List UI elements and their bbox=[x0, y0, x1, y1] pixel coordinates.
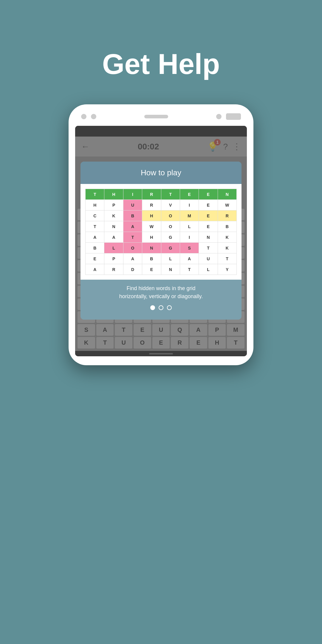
app-screen: ← 00:02 💡 1 ? ⋮ HAWKER PAREN APPERTAIN A… bbox=[75, 126, 247, 356]
camera-left bbox=[81, 114, 96, 119]
modal-description: Find hidden words in the gridhorizontall… bbox=[86, 284, 236, 301]
dot-1 bbox=[150, 305, 155, 310]
camera-dot-2 bbox=[91, 114, 96, 119]
dot-3 bbox=[167, 305, 172, 310]
word-search-illustration: THIRTEEN HPURVIEW CKBHOMER TNAWOLEB AATH bbox=[85, 189, 237, 275]
camera-right bbox=[216, 113, 241, 120]
phone-top-hardware bbox=[75, 113, 247, 126]
modal-footer: Find hidden words in the gridhorizontall… bbox=[80, 280, 242, 320]
page-title: Get Help bbox=[102, 48, 220, 80]
phone-frame: ← 00:02 💡 1 ? ⋮ HAWKER PAREN APPERTAIN A… bbox=[69, 104, 253, 365]
how-to-play-modal: How to play THIRTEEN HPURVIEW CKBHOMER bbox=[80, 162, 242, 320]
camera-dot-1 bbox=[81, 114, 86, 119]
modal-title: How to play bbox=[141, 168, 181, 177]
pagination-dots bbox=[86, 305, 236, 315]
dot-2 bbox=[159, 305, 163, 310]
battery-indicator bbox=[226, 113, 241, 120]
phone-speaker bbox=[144, 115, 168, 118]
camera-dot-3 bbox=[216, 114, 222, 119]
modal-body: THIRTEEN HPURVIEW CKBHOMER TNAWOLEB AATH bbox=[80, 184, 242, 280]
modal-overlay[interactable]: How to play THIRTEEN HPURVIEW CKBHOMER bbox=[75, 126, 247, 356]
modal-header: How to play bbox=[80, 162, 242, 184]
